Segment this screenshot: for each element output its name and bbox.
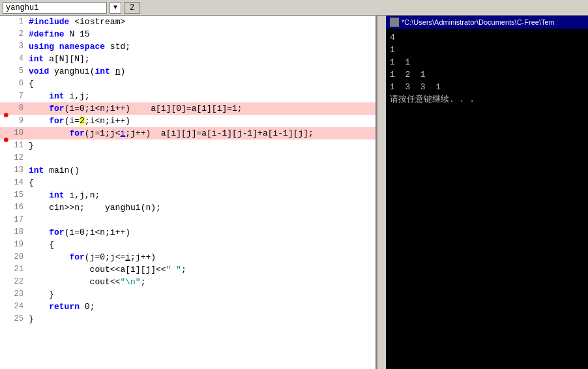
code-line-20: 20 for(j=0;j<=i;j++) <box>0 251 375 263</box>
line-content-6[interactable]: { <box>27 78 375 90</box>
line-content-23[interactable]: } <box>27 288 375 301</box>
code-line-6: 6 { <box>0 78 375 90</box>
main-content: 1 #include <iostream> 2 #define N 15 3 u… <box>0 16 588 369</box>
line-num-22: 22 <box>9 276 27 288</box>
code-line-18: 18 for(i=0;i<n;i++) <box>0 226 375 239</box>
code-editor: 1 #include <iostream> 2 #define N 15 3 u… <box>0 16 377 369</box>
code-line-7: 7 int i,j; <box>0 90 375 102</box>
code-lines: 1 #include <iostream> 2 #define N 15 3 u… <box>0 16 375 369</box>
code-line-21: 21 cout<<a[i][j]<<" "; <box>0 263 375 276</box>
line-num-15: 15 <box>9 189 27 201</box>
code-line-22: 22 cout<<"\n"; <box>0 276 375 288</box>
line-num-23: 23 <box>9 288 27 301</box>
editor-scrollbar[interactable] <box>377 16 386 369</box>
line-content-15[interactable]: int i,j,n; <box>27 189 375 201</box>
line-content-16[interactable]: cin>>n; yanghui(n); <box>27 201 375 214</box>
line-content-3[interactable]: using namespace std; <box>27 40 375 53</box>
line-content-2[interactable]: #define N 15 <box>27 28 375 40</box>
console-window-icon <box>390 18 399 27</box>
line-content-4[interactable]: int a[N][N]; <box>27 53 375 65</box>
line-num-17: 17 <box>9 214 27 226</box>
code-line-8: ● 8 for(i=0;i<n;i++) a[i][0]=a[i][i]=1; <box>0 102 375 115</box>
title-bar-left: ▼ 2 <box>3 2 140 14</box>
code-line-16: 16 cin>>n; yanghui(n); <box>0 201 375 214</box>
code-line-3: 3 using namespace std; <box>0 40 375 53</box>
line-content-9[interactable]: for(i=2;i<n;i++) <box>27 115 375 127</box>
line-num-25: 25 <box>9 313 27 325</box>
code-line-12: 12 <box>0 152 375 164</box>
line-content-18[interactable]: for(i=0;i<n;i++) <box>27 226 375 239</box>
line-num-21: 21 <box>9 263 27 276</box>
console-output: 4 1 1 1 1 2 1 1 3 3 1 请按任意键继续. . . <box>386 29 588 369</box>
code-line-1: 1 #include <iostream> <box>0 16 375 28</box>
line-num-1: 1 <box>9 16 27 28</box>
line-content-8[interactable]: for(i=0;i<n;i++) a[i][0]=a[i][i]=1; <box>27 102 375 115</box>
code-line-5: 5 void yanghui(int n) <box>0 65 375 78</box>
line-num-18: 18 <box>9 226 27 239</box>
line-num-12: 12 <box>9 152 27 164</box>
line-num-6: 6 <box>9 78 27 90</box>
line-content-10[interactable]: for(j=1;j<i;j++) a[i][j]=a[i-1][j-1]+a[i… <box>27 127 375 140</box>
console-window: *C:\Users\Administrator\Documents\C-Free… <box>386 16 588 369</box>
code-line-11: 11 } <box>0 140 375 152</box>
console-title-bar: *C:\Users\Administrator\Documents\C-Free… <box>386 16 588 29</box>
line-num-14: 14 <box>9 177 27 189</box>
line-content-19[interactable]: { <box>27 239 375 251</box>
line-content-21[interactable]: cout<<a[i][j]<<" "; <box>27 263 375 276</box>
tab-number: 2 <box>124 2 140 14</box>
code-line-25: 25 } <box>0 313 375 325</box>
line-num-9: 9 <box>9 115 27 127</box>
line-content-22[interactable]: cout<<"\n"; <box>27 276 375 288</box>
code-line-13: 13 int main() <box>0 164 375 177</box>
code-line-10: ● 10 for(j=1;j<i;j++) a[i][j]=a[i-1][j-1… <box>0 127 375 140</box>
line-num-16: 16 <box>9 201 27 214</box>
line-num-4: 4 <box>9 53 27 65</box>
line-content-1[interactable]: #include <iostream> <box>27 16 375 28</box>
code-line-14: 14 { <box>0 177 375 189</box>
code-line-19: 19 { <box>0 239 375 251</box>
line-content-25[interactable]: } <box>27 313 375 325</box>
filename-input[interactable] <box>3 2 107 14</box>
code-line-17: 17 <box>0 214 375 226</box>
line-num-8: 8 <box>9 102 27 115</box>
line-content-5[interactable]: void yanghui(int n) <box>27 65 375 78</box>
code-line-9: 9 for(i=2;i<n;i++) <box>0 115 375 127</box>
code-line-24: 24 return 0; <box>0 301 375 313</box>
line-num-11: 11 <box>9 140 27 152</box>
line-content-24[interactable]: return 0; <box>27 301 375 313</box>
line-num-13: 13 <box>9 164 27 177</box>
dropdown-button[interactable]: ▼ <box>110 2 121 14</box>
title-bar: ▼ 2 <box>0 0 588 16</box>
console-title: *C:\Users\Administrator\Documents\C-Free… <box>402 18 555 26</box>
code-line-2: 2 #define N 15 <box>0 28 375 40</box>
line-content-20[interactable]: for(j=0;j<=i;j++) <box>27 251 375 263</box>
line-num-24: 24 <box>9 301 27 313</box>
line-num-3: 3 <box>9 40 27 53</box>
line-num-5: 5 <box>9 65 27 78</box>
line-content-13[interactable]: int main() <box>27 164 375 177</box>
line-num-2: 2 <box>9 28 27 40</box>
line-num-7: 7 <box>9 90 27 102</box>
line-content-7[interactable]: int i,j; <box>27 90 375 102</box>
code-line-23: 23 } <box>0 288 375 301</box>
code-line-15: 15 int i,j,n; <box>0 189 375 201</box>
line-num-10: 10 <box>9 127 27 140</box>
line-num-19: 19 <box>9 239 27 251</box>
line-content-11[interactable]: } <box>27 140 375 152</box>
line-num-20: 20 <box>9 251 27 263</box>
code-line-4: 4 int a[N][N]; <box>0 53 375 65</box>
line-content-14[interactable]: { <box>27 177 375 189</box>
